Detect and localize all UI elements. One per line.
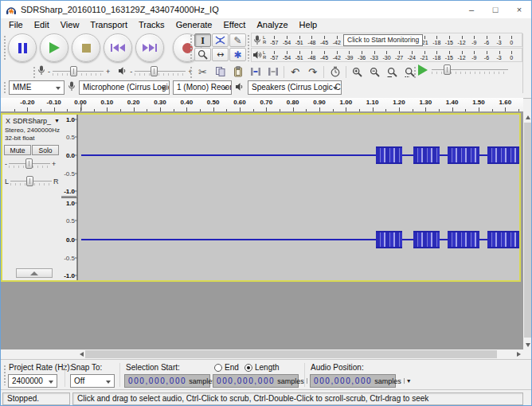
selection-tool-button[interactable]: I [194,33,211,47]
horizontal-scrollbar[interactable] [76,349,523,359]
recording-device-select[interactable]: Microphone (Cirrus Logic CS4 [79,80,170,95]
envelope-tool-button[interactable] [212,33,229,47]
menu-transport[interactable]: Transport [85,20,134,29]
transcription-toolbar-grip[interactable] [413,66,417,78]
waveform-channel-2[interactable] [78,198,519,280]
field-dropdown-icon[interactable]: ▼ [404,378,412,384]
menu-analyze[interactable]: Analyze [252,20,294,29]
meter-tick [499,51,500,54]
close-button[interactable]: × [507,1,531,18]
recording-volume-slider[interactable] [53,66,104,77]
playback-speed-thumb[interactable] [444,64,451,75]
snap-to-select[interactable]: Off [70,374,115,388]
audio-host-select[interactable]: MME [9,80,65,95]
pan-slider-thumb[interactable] [26,176,33,186]
paste-button[interactable] [229,64,246,79]
menu-tracks[interactable]: Tracks [134,20,171,29]
zoom-tool-button[interactable] [194,48,211,61]
length-radio[interactable]: Length [244,363,280,372]
menu-generate[interactable]: Generate [171,20,219,29]
waveform-channel-1[interactable] [78,115,519,196]
vertical-scrollbar[interactable] [523,112,532,349]
amplitude-label: 0.5 [66,134,75,141]
transcription-toolbar [418,64,508,76]
play-button[interactable] [40,33,68,62]
timeline-ruler[interactable]: -0.20-0.100.000.100.200.300.400.500.600.… [1,98,523,112]
trim-audio-button[interactable] [247,64,264,79]
edit-toolbar-grip[interactable] [190,66,194,78]
selection-start-value[interactable]: 000,000,000 [128,377,186,385]
end-radio-circle[interactable] [214,364,222,372]
menu-help[interactable]: Help [295,20,324,29]
maximize-button[interactable]: □ [483,1,507,18]
audio-position-value[interactable]: 000,000,000 [314,377,372,385]
audio-track[interactable]: X SDRSharp_ ▼ Stereo, 2400000Hz 32-bit f… [1,113,521,282]
track-collapse-button[interactable] [16,268,53,278]
amplitude-ruler-channel-2[interactable]: 1.00.50.0-0.5-1.0 [61,198,77,280]
mute-button[interactable]: Mute [4,145,31,155]
minimize-button[interactable]: – [460,1,483,18]
timeline-tick [186,107,187,111]
vertical-scrollbar-thumb[interactable] [524,123,532,338]
selection-length-field[interactable]: 000,000,000 samples ▼ [213,374,299,388]
track-area[interactable]: X SDRSharp_ ▼ Stereo, 2400000Hz 32-bit f… [1,112,523,349]
track-close-button[interactable]: X [3,117,13,125]
playback-meter[interactable]: LR -57-54-51-48-45-42-39-36-33-30-27-24-… [251,48,522,62]
redo-button[interactable]: ↷ [304,64,321,79]
waveform-display[interactable] [77,115,519,280]
timeline-label: 0.30 [154,99,166,106]
gain-slider-thumb[interactable] [25,158,33,169]
recording-volume-thumb[interactable] [70,66,77,76]
scroll-right-arrow[interactable] [514,349,523,359]
skip-to-end-button[interactable] [135,33,164,62]
tools-toolbar-grip[interactable] [190,34,194,61]
meter-scale-label: -33 [370,55,378,61]
zoom-out-button[interactable] [366,64,383,79]
selection-toolbar-grip[interactable] [3,365,7,385]
mixer-toolbar-grip[interactable] [33,66,37,78]
stop-button[interactable] [72,33,100,62]
undo-button[interactable]: ↶ [287,64,303,79]
menu-effect[interactable]: Effect [219,20,252,29]
end-radio[interactable]: End [214,363,239,372]
gain-slider[interactable]: - + [5,158,56,170]
length-radio-circle[interactable] [244,364,252,372]
draw-tool-button[interactable]: ✎ [229,33,246,47]
time-shift-tool-button[interactable]: ↔ [212,48,229,61]
fit-selection-button[interactable] [384,64,401,79]
playback-volume-slider[interactable] [135,66,186,77]
timeline-tick [147,109,147,111]
play-at-speed-button[interactable] [418,64,428,76]
multi-tool-tool-button[interactable]: ✱ [229,48,246,61]
project-rate-select[interactable]: 2400000 [8,374,57,388]
meter-tick [511,51,512,54]
zoom-in-button[interactable] [349,64,366,79]
recording-channels-select[interactable]: 1 (Mono) Recordi [173,80,232,95]
track-name[interactable]: SDRSharp_ [13,117,54,125]
menu-view[interactable]: View [56,20,86,29]
sync-lock-button[interactable] [327,64,343,79]
menu-edit[interactable]: Edit [29,20,56,29]
device-toolbar-grip[interactable] [3,81,7,93]
cut-button[interactable]: ✂ [194,64,211,79]
pan-slider[interactable]: L R [5,176,59,187]
skip-to-start-button[interactable] [104,33,132,62]
solo-button[interactable]: Solo [32,145,59,155]
horizontal-scrollbar-thumb[interactable] [85,350,497,358]
meter-tick [462,36,463,39]
scroll-up-arrow[interactable] [523,112,532,122]
pause-button[interactable] [8,33,37,62]
audio-position-field[interactable]: 000,000,000 samples ▼ [310,374,396,388]
playback-speed-slider[interactable] [432,64,508,76]
selection-start-field[interactable]: 000,000,000 samples ▼ [124,374,210,388]
copy-button[interactable] [212,64,229,79]
playback-device-select[interactable]: Speakers (Cirrus Logic CS42I [248,80,342,95]
amplitude-ruler-channel-1[interactable]: 1.00.50.0-0.5-1.0 [61,115,77,196]
scroll-down-arrow[interactable] [523,340,532,349]
selection-length-value[interactable]: 000,000,000 [217,377,275,385]
menu-file[interactable]: File [4,20,29,29]
silence-audio-button[interactable] [264,64,281,79]
track-menu-dropdown-icon[interactable]: ▼ [54,118,61,123]
playback-volume-thumb[interactable] [151,66,158,76]
transport-toolbar-grip[interactable] [3,35,7,61]
